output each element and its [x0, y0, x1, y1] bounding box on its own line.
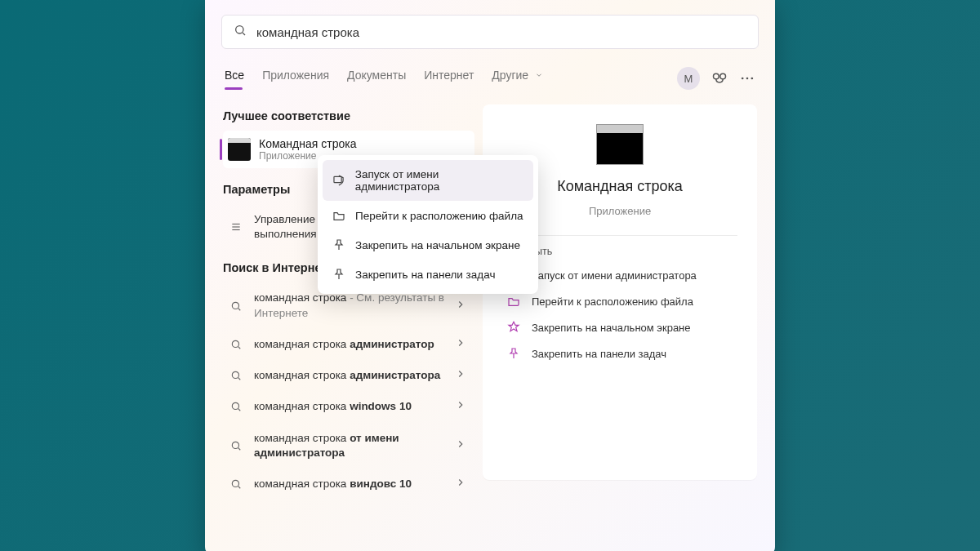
svg-point-14 — [232, 372, 238, 379]
chevron-down-icon — [535, 69, 543, 82]
web-result-text: командная строка администратор — [254, 337, 445, 352]
svg-line-19 — [238, 447, 241, 450]
svg-line-1 — [243, 33, 245, 35]
web-result[interactable]: командная строка windows 10 — [223, 391, 474, 422]
search-input[interactable] — [256, 25, 746, 39]
context-menu: Запуск от имени администратора Перейти к… — [318, 155, 538, 294]
svg-point-12 — [232, 340, 238, 347]
web-result-text: командная строка - См. результаты в Инте… — [254, 291, 445, 320]
ctx-pin-start[interactable]: Закрепить на начальном экране — [323, 230, 533, 260]
action-label: Перейти к расположению файла — [532, 295, 693, 308]
search-icon — [228, 478, 244, 490]
ctx-label: Закрепить на начальном экране — [355, 239, 520, 251]
web-result[interactable]: командная строка виндовс 10 — [223, 469, 474, 500]
chevron-right-icon — [455, 368, 466, 383]
tab-all[interactable]: Все — [225, 69, 244, 88]
search-bar[interactable] — [221, 15, 759, 49]
svg-point-6 — [751, 78, 754, 80]
search-icon — [228, 300, 244, 312]
svg-line-13 — [238, 347, 241, 349]
chevron-right-icon — [455, 399, 466, 414]
ctx-label: Перейти к расположению файла — [355, 210, 523, 222]
svg-point-18 — [232, 442, 238, 448]
action-open-file-location[interactable]: Перейти к расположению файла — [502, 288, 737, 314]
action-label: Закрепить на панели задач — [532, 348, 666, 360]
tab-more[interactable]: Другие — [492, 69, 543, 88]
web-result[interactable]: командная строка администратора — [223, 360, 474, 391]
svg-point-5 — [746, 78, 749, 80]
ctx-label: Закрепить на панели задач — [355, 269, 495, 281]
avatar[interactable]: M — [677, 67, 700, 90]
rewards-icon[interactable] — [711, 70, 728, 87]
settings-list-icon — [228, 221, 244, 233]
ctx-run-as-admin[interactable]: Запуск от имени администратора — [323, 160, 533, 201]
chevron-right-icon — [455, 337, 466, 352]
svg-point-0 — [236, 26, 243, 33]
web-result[interactable]: командная строка от имени администратора — [223, 423, 474, 469]
best-match-title: Командная строка — [259, 137, 356, 150]
svg-line-11 — [238, 308, 241, 310]
tab-apps[interactable]: Приложения — [262, 69, 329, 88]
svg-point-10 — [232, 302, 238, 309]
search-panel: Все Приложения Документы Интернет Другие… — [205, 0, 775, 551]
web-result-text: командная строка от имени администратора — [254, 431, 445, 460]
svg-line-21 — [238, 487, 241, 489]
preview-subtitle: Приложение — [589, 205, 651, 217]
section-best-match: Лучшее соответствие — [223, 109, 474, 122]
tab-documents[interactable]: Документы — [347, 69, 406, 88]
tab-internet[interactable]: Интернет — [424, 69, 474, 88]
preview-cmd-icon — [596, 124, 644, 165]
tab-more-label: Другие — [492, 69, 528, 82]
search-icon — [228, 339, 244, 350]
action-label: Запуск от имени администратора — [532, 269, 697, 282]
filter-tabs: Все Приложения Документы Интернет Другие… — [225, 67, 755, 90]
svg-point-4 — [742, 78, 744, 80]
cmd-icon — [228, 138, 251, 161]
search-icon — [228, 440, 244, 451]
svg-line-15 — [238, 378, 241, 380]
svg-rect-24 — [334, 176, 341, 182]
search-icon — [228, 401, 244, 412]
svg-point-20 — [232, 480, 238, 487]
svg-point-2 — [714, 73, 719, 79]
ctx-pin-taskbar[interactable]: Закрепить на панели задач — [323, 260, 533, 289]
web-result[interactable]: командная строка администратор — [223, 329, 474, 360]
more-icon[interactable] — [739, 70, 755, 87]
ctx-open-file-location[interactable]: Перейти к расположению файла — [323, 201, 533, 230]
svg-point-3 — [720, 73, 726, 79]
action-label: Закрепить на начальном экране — [532, 322, 691, 334]
ctx-label: Запуск от имени администратора — [355, 168, 523, 193]
action-pin-start[interactable]: Закрепить на начальном экране — [502, 314, 737, 340]
web-result-text: командная строка администратора — [254, 368, 445, 383]
svg-point-16 — [232, 403, 238, 410]
chevron-right-icon — [455, 438, 466, 453]
chevron-right-icon — [455, 477, 466, 491]
chevron-right-icon — [455, 299, 466, 313]
preview-title: Командная строка — [557, 178, 683, 195]
search-icon — [228, 370, 244, 381]
search-icon — [234, 24, 247, 40]
action-pin-taskbar[interactable]: Закрепить на панели задач — [502, 340, 737, 367]
web-result-text: командная строка виндовс 10 — [254, 477, 445, 491]
svg-line-17 — [238, 409, 241, 411]
web-result-text: командная строка windows 10 — [254, 399, 445, 414]
